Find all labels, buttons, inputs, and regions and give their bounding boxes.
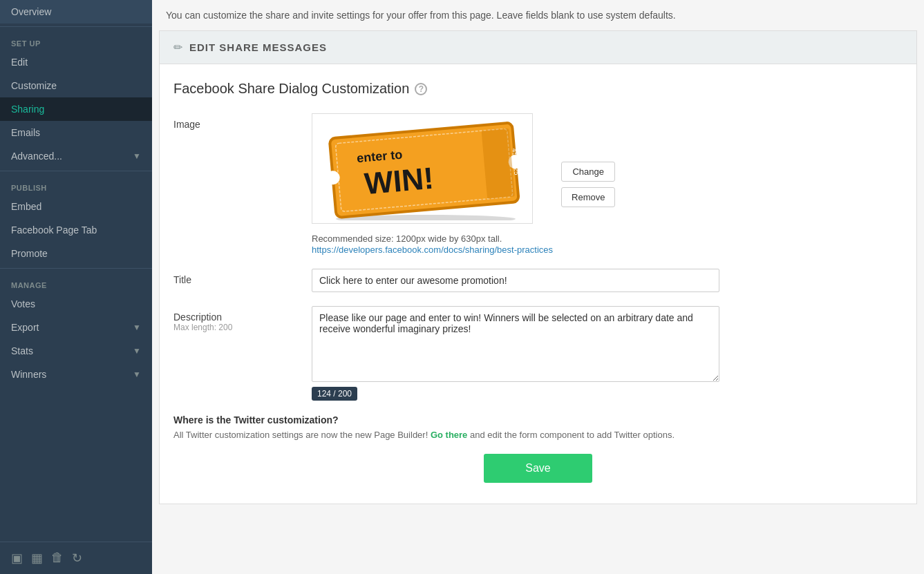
edit-share-header: ✏ EDIT SHARE MESSAGES	[159, 30, 917, 64]
image-form-content: enter to WIN! 4529725	[312, 113, 903, 255]
sidebar-item-facebook-page-tab[interactable]: Facebook Page Tab	[0, 218, 152, 242]
ticket-image: enter to WIN! 4529725	[319, 117, 526, 220]
sidebar-item-overview[interactable]: Overview	[0, 0, 152, 23]
sidebar-item-votes[interactable]: Votes	[0, 292, 152, 316]
sidebar-divider-2	[0, 171, 152, 171]
description-label: Description Max length: 200	[173, 306, 312, 332]
copy-icon[interactable]: ▦	[31, 551, 43, 566]
sidebar-item-stats[interactable]: Stats ▼	[0, 339, 152, 363]
twitter-section: Where is the Twitter customization? All …	[173, 414, 903, 440]
sidebar-item-advanced[interactable]: Advanced... ▼	[0, 144, 152, 168]
chevron-right-icon: ▼	[133, 151, 141, 161]
sidebar-item-embed[interactable]: Embed	[0, 195, 152, 218]
title-input[interactable]	[312, 269, 719, 292]
sidebar-embed-label: Embed	[11, 201, 41, 212]
title-form-content	[312, 269, 903, 292]
description-form-row: Description Max length: 200 Please like …	[173, 306, 903, 401]
page-icon[interactable]: ▣	[11, 551, 23, 566]
title-form-row: Title	[173, 269, 903, 292]
twitter-desc-before: All Twitter customization settings are n…	[173, 430, 431, 440]
sidebar-advanced-label: Advanced...	[11, 151, 62, 162]
sidebar-divider-3	[0, 268, 152, 269]
twitter-customization-title: Where is the Twitter customization?	[173, 414, 903, 425]
top-info-text: You can customize the share and invite s…	[152, 0, 924, 30]
title-label: Title	[173, 269, 312, 285]
refresh-icon[interactable]: ↻	[72, 551, 82, 566]
sidebar-winners-label: Winners	[11, 369, 46, 380]
image-label: Image	[173, 113, 312, 130]
char-counter: 124 / 200	[312, 387, 357, 401]
save-button[interactable]: Save	[484, 454, 592, 483]
chevron-winners-icon: ▼	[133, 370, 141, 379]
sidebar-item-export[interactable]: Export ▼	[0, 316, 152, 339]
sidebar-emails-label: Emails	[11, 127, 40, 138]
recommended-size: Recommended size: 1200px wide by 630px t…	[312, 233, 553, 244]
description-textarea[interactable]: Please like our page and enter to win! W…	[312, 306, 719, 382]
description-form-content: Please like our page and enter to win! W…	[312, 306, 903, 401]
sidebar-customize-label: Customize	[11, 80, 57, 91]
sidebar-item-sharing[interactable]: Sharing	[0, 97, 152, 121]
sidebar-divider-1	[0, 26, 152, 27]
sidebar: Overview SET UP Edit Customize Sharing E…	[0, 0, 152, 574]
edit-pencil-icon: ✏	[173, 41, 182, 54]
card-title: Facebook Share Dialog Customization ?	[173, 81, 903, 97]
svg-text:WIN!: WIN!	[363, 161, 435, 201]
sidebar-bottom-toolbar: ▣ ▦ 🗑 ↻	[0, 542, 152, 574]
sidebar-promote-label: Promote	[11, 248, 48, 259]
sidebar-sharing-label: Sharing	[11, 104, 44, 115]
sidebar-export-label: Export	[11, 322, 39, 333]
sidebar-section-manage: MANAGE	[0, 271, 152, 292]
sidebar-stats-label: Stats	[11, 345, 33, 356]
sidebar-votes-label: Votes	[11, 298, 35, 309]
remove-image-button[interactable]: Remove	[561, 187, 615, 207]
sidebar-item-promote[interactable]: Promote	[0, 242, 152, 265]
delete-icon[interactable]: 🗑	[51, 551, 64, 566]
image-and-actions: enter to WIN! 4529725	[312, 113, 903, 255]
sidebar-section-publish: PUBLISH	[0, 174, 152, 195]
sidebar-section-setup: SET UP	[0, 30, 152, 50]
go-there-link[interactable]: Go there	[431, 430, 467, 440]
description-max-label: Max length: 200	[173, 323, 312, 332]
description-label-text: Description	[173, 312, 312, 323]
page-title: EDIT SHARE MESSAGES	[189, 41, 327, 53]
change-image-button[interactable]: Change	[561, 162, 615, 182]
main-card: Facebook Share Dialog Customization ? Im…	[159, 64, 917, 504]
sidebar-item-customize[interactable]: Customize	[0, 74, 152, 97]
facebook-best-practices-link[interactable]: https://developers.facebook.com/docs/sha…	[312, 245, 553, 255]
rec-size-text: Recommended size: 1200px wide by 630px t…	[312, 229, 553, 255]
chevron-stats-icon: ▼	[133, 346, 141, 356]
sidebar-facebook-page-tab-label: Facebook Page Tab	[11, 224, 97, 236]
twitter-desc-after: and edit the form component to add Twitt…	[467, 430, 675, 440]
sidebar-item-edit[interactable]: Edit	[0, 50, 152, 74]
help-icon[interactable]: ?	[415, 83, 427, 95]
sidebar-item-winners[interactable]: Winners ▼	[0, 363, 152, 386]
chevron-export-icon: ▼	[133, 323, 141, 332]
sidebar-edit-label: Edit	[11, 57, 28, 68]
sidebar-overview-label: Overview	[11, 6, 51, 17]
card-title-text: Facebook Share Dialog Customization	[173, 81, 409, 97]
image-form-row: Image	[173, 113, 903, 255]
sidebar-item-emails[interactable]: Emails	[0, 121, 152, 144]
image-row-right: enter to WIN! 4529725	[312, 113, 553, 255]
twitter-customization-desc: All Twitter customization settings are n…	[173, 430, 903, 440]
main-content: You can customize the share and invite s…	[152, 0, 924, 574]
image-preview: enter to WIN! 4529725	[312, 113, 533, 224]
